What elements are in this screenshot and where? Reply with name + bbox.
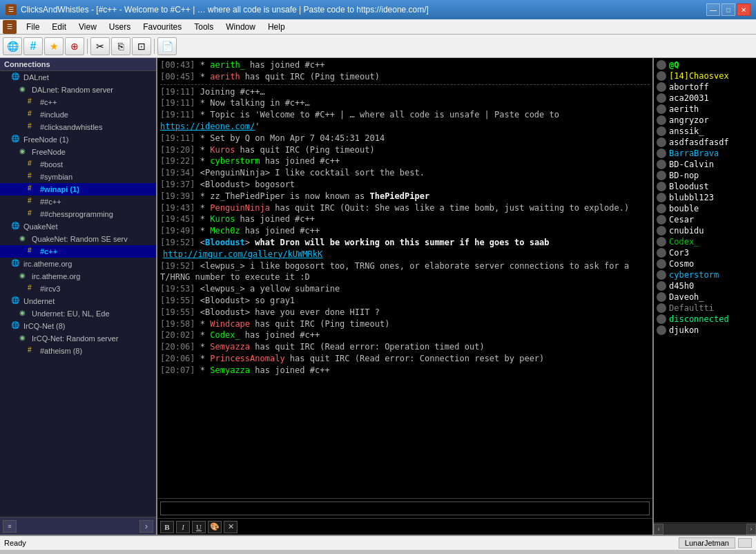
- close-button[interactable]: ✕: [737, 3, 750, 16]
- menu-view[interactable]: View: [73, 21, 102, 33]
- channel-quake-cpp-label: #c++: [40, 247, 57, 256]
- user-item[interactable]: BD-nop: [654, 170, 756, 181]
- user-avatar: [657, 270, 666, 280]
- format-italic-button[interactable]: I: [176, 521, 190, 533]
- scroll-right-button[interactable]: ›: [746, 524, 756, 535]
- user-item[interactable]: bouble: [654, 203, 756, 214]
- menu-window[interactable]: Window: [220, 21, 261, 33]
- chat-area[interactable]: [00:43] * aerith_ has joined #c++ [00:45…: [157, 58, 652, 498]
- channel-dalnet-cpp[interactable]: # #c++: [0, 96, 156, 108]
- user-list[interactable]: @Q [14]Chaosvex abortoff aca20031 aerith…: [654, 58, 756, 522]
- server-icon-2: ◉: [19, 147, 29, 157]
- user-name: Cosmo: [669, 259, 694, 269]
- toolbar-paste[interactable]: ⊡: [132, 37, 151, 55]
- user-name: disconnected: [669, 314, 729, 324]
- scroll-left-button[interactable]: ‹: [654, 524, 663, 535]
- channel-dalnet-include[interactable]: # #include: [0, 108, 156, 121]
- channel-ircv3[interactable]: # #ircv3: [0, 283, 156, 295]
- user-item[interactable]: d45h0: [654, 280, 756, 292]
- channel-atheism[interactable]: # #atheism (8): [0, 345, 156, 357]
- user-item[interactable]: aca20031: [654, 93, 756, 104]
- user-item[interactable]: BarraBrava: [654, 148, 756, 159]
- server-dalnet-random[interactable]: ◉ DALnet: Random server: [0, 84, 156, 96]
- maximize-button[interactable]: □: [721, 3, 735, 16]
- toolbar-circle[interactable]: ⊕: [65, 37, 84, 55]
- server-icon-3: ◉: [19, 234, 29, 244]
- menu-edit[interactable]: Edit: [46, 21, 72, 33]
- network-quakenet[interactable]: 🌐 QuakeNet: [0, 220, 156, 233]
- format-bold-button[interactable]: B: [160, 521, 174, 533]
- server-quakenet[interactable]: ◉ QuakeNet: Random SE serv: [0, 233, 156, 245]
- channel-symbian-label: #symbian: [40, 173, 72, 181]
- user-item[interactable]: anssik_: [654, 126, 756, 137]
- menu-file[interactable]: File: [21, 21, 45, 33]
- server-freenode[interactable]: ◉ FreeNode: [0, 146, 156, 158]
- menu-help[interactable]: Help: [262, 21, 291, 33]
- connections-label: Connections: [4, 60, 50, 68]
- user-name: Daveoh_: [669, 292, 704, 302]
- user-item[interactable]: angryzor: [654, 115, 756, 126]
- user-item[interactable]: cnubidu: [654, 225, 756, 236]
- toolbar-log[interactable]: 📄: [157, 37, 177, 55]
- server-ircqnet[interactable]: ◉ IrCQ-Net: Random server: [0, 332, 156, 345]
- chat-input[interactable]: [160, 502, 650, 515]
- format-clear-button[interactable]: ✕: [224, 521, 238, 533]
- channel-dalnet-caw[interactable]: # #clicksandwhistles: [0, 121, 156, 133]
- toolbar-globe[interactable]: 🌐: [3, 37, 22, 55]
- channel-winapi[interactable]: # #winapi (1): [0, 183, 156, 195]
- user-item[interactable]: cyberstorm: [654, 269, 756, 280]
- toolbar-copy[interactable]: ⎘: [111, 37, 130, 55]
- user-name: Cesar: [669, 215, 694, 225]
- network-freenode[interactable]: 🌐 FreeNode (1): [0, 133, 156, 146]
- user-list-scrollbar[interactable]: ‹ ›: [654, 522, 756, 535]
- channel-boost[interactable]: # #boost: [0, 158, 156, 171]
- user-item[interactable]: [14]Chaosvex: [654, 70, 756, 82]
- channel-symbian[interactable]: # #symbian: [0, 171, 156, 183]
- channel-hashcpp[interactable]: # ##c++: [0, 195, 156, 208]
- channel-quake-cpp[interactable]: # #c++: [0, 245, 156, 258]
- user-avatar: [657, 292, 666, 302]
- user-item[interactable]: disconnected: [654, 314, 756, 325]
- user-item[interactable]: Bloodust: [654, 181, 756, 192]
- menu-tools[interactable]: Tools: [188, 21, 219, 33]
- network-undernet[interactable]: 🌐 Undernet: [0, 295, 156, 307]
- menu-users[interactable]: Users: [104, 21, 136, 33]
- network-ircqnet[interactable]: 🌐 IrCQ-Net (8): [0, 320, 156, 332]
- user-item[interactable]: asdfasdfasdf: [654, 137, 756, 148]
- chat-line: [19:52] <lewpus_> i like bogosort too, T…: [160, 260, 650, 284]
- server-undernet[interactable]: ◉ Undernet: EU, NL, Ede: [0, 307, 156, 320]
- user-item[interactable]: Defaultti: [654, 303, 756, 314]
- network-atheme[interactable]: 🌐 irc.atheme.org: [0, 258, 156, 270]
- minimize-button[interactable]: —: [706, 3, 720, 16]
- channel-icon-7: #: [28, 197, 37, 207]
- menu-favourites[interactable]: Favourites: [137, 21, 187, 33]
- server-ircqnet-label: IrCQ-Net: Random server: [32, 334, 118, 343]
- user-item[interactable]: abortoff: [654, 82, 756, 93]
- user-item[interactable]: Cor3: [654, 247, 756, 258]
- chat-line: [19:11] * Now talking in #c++…: [160, 97, 650, 109]
- left-panel-btn[interactable]: ≡: [3, 520, 17, 533]
- user-item[interactable]: Codex_: [654, 236, 756, 247]
- server-atheme[interactable]: ◉ irc.atheme.org: [0, 270, 156, 283]
- user-item[interactable]: Cesar: [654, 214, 756, 225]
- format-color-button[interactable]: 🎨: [208, 521, 222, 533]
- user-item[interactable]: Daveoh_: [654, 292, 756, 303]
- left-panel-arrow[interactable]: ›: [139, 520, 153, 533]
- user-item[interactable]: @Q: [654, 59, 756, 70]
- format-underline-button[interactable]: U: [192, 521, 206, 533]
- app-icon: ☰: [6, 4, 17, 15]
- toolbar-star[interactable]: ★: [44, 37, 64, 55]
- toolbar-hash[interactable]: #: [23, 37, 43, 55]
- user-item[interactable]: aerith: [654, 104, 756, 115]
- user-item[interactable]: Cosmo: [654, 258, 756, 269]
- chat-line: [19:39] * zz_ThePiedPiper is now known a…: [160, 191, 650, 202]
- channel-chessprog[interactable]: # ##chessprogramming: [0, 208, 156, 220]
- toolbar-cut[interactable]: ✂: [90, 37, 110, 55]
- user-item[interactable]: blubbl123: [654, 192, 756, 203]
- network-dalnet[interactable]: 🌐 DALnet: [0, 71, 156, 84]
- user-item[interactable]: BD-Calvin: [654, 159, 756, 170]
- user-name: aca20031: [669, 93, 709, 103]
- channel-icon-2: #: [28, 110, 37, 120]
- chat-line: [19:55] <Bloodust> so gray1: [160, 295, 650, 307]
- user-item[interactable]: djukon: [654, 325, 756, 336]
